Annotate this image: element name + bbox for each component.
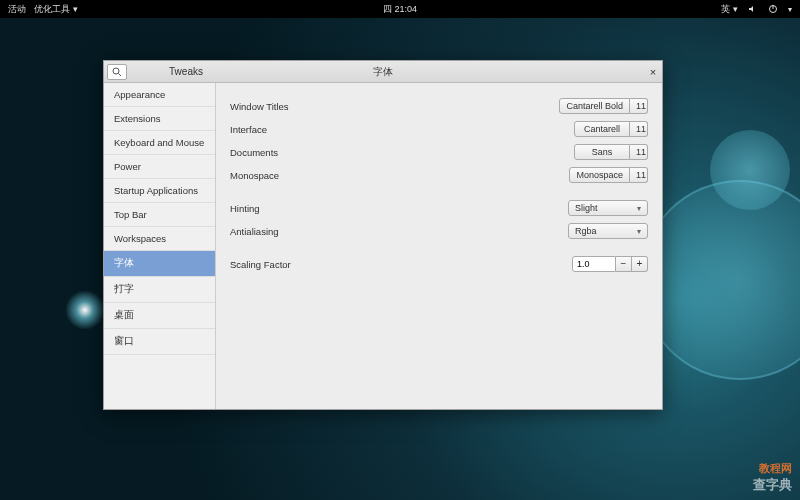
sidebar-item-9[interactable]: 桌面 xyxy=(104,303,215,329)
scaling-spinner[interactable]: − + xyxy=(572,256,648,272)
font-row-label-1: Interface xyxy=(230,124,574,135)
system-menu-chevron-icon[interactable]: ▾ xyxy=(788,5,792,14)
scaling-decrement[interactable]: − xyxy=(616,256,632,272)
power-icon[interactable] xyxy=(768,4,778,14)
activities-button[interactable]: 活动 xyxy=(8,3,26,16)
app-name-label: Tweaks xyxy=(130,66,242,77)
antialiasing-label: Antialiasing xyxy=(230,226,568,237)
app-menu[interactable]: 优化工具 ▾ xyxy=(34,3,78,16)
svg-point-2 xyxy=(113,68,119,74)
tweaks-window: Tweaks 字体 × AppearanceExtensionsKeyboard… xyxy=(103,60,663,410)
sidebar-item-6[interactable]: Workspaces xyxy=(104,227,215,251)
sidebar-item-8[interactable]: 打字 xyxy=(104,277,215,303)
watermark-brand: 教程网 xyxy=(759,461,792,476)
font-row-label-2: Documents xyxy=(230,147,574,158)
watermark-site: 查字典 xyxy=(753,476,792,494)
font-row-label-3: Monospace xyxy=(230,170,569,181)
sidebar: AppearanceExtensionsKeyboard and MousePo… xyxy=(104,83,216,409)
search-button[interactable] xyxy=(107,64,127,80)
antialiasing-combo[interactable]: Rgba xyxy=(568,223,648,239)
hinting-combo[interactable]: Slight xyxy=(568,200,648,216)
titlebar: Tweaks 字体 × xyxy=(104,61,662,83)
sidebar-item-5[interactable]: Top Bar xyxy=(104,203,215,227)
sidebar-item-2[interactable]: Keyboard and Mouse xyxy=(104,131,215,155)
font-picker-1[interactable]: Cantarell11 xyxy=(574,121,648,137)
sidebar-item-1[interactable]: Extensions xyxy=(104,107,215,131)
sidebar-item-7[interactable]: 字体 xyxy=(104,251,215,277)
content-pane: Window TitlesCantarell Bold11InterfaceCa… xyxy=(216,83,662,409)
font-row-label-0: Window Titles xyxy=(230,101,559,112)
close-button[interactable]: × xyxy=(644,66,662,78)
hinting-label: Hinting xyxy=(230,203,568,214)
sidebar-item-3[interactable]: Power xyxy=(104,155,215,179)
sidebar-item-4[interactable]: Startup Applications xyxy=(104,179,215,203)
scaling-increment[interactable]: + xyxy=(632,256,648,272)
input-method-indicator[interactable]: 英 ▾ xyxy=(721,3,738,16)
gnome-topbar: 活动 优化工具 ▾ 四 21:04 英 ▾ ▾ xyxy=(0,0,800,18)
scaling-label: Scaling Factor xyxy=(230,259,572,270)
font-picker-0[interactable]: Cantarell Bold11 xyxy=(559,98,648,114)
page-title: 字体 xyxy=(373,65,393,79)
svg-line-3 xyxy=(119,73,122,76)
scaling-input[interactable] xyxy=(572,256,616,272)
font-picker-3[interactable]: Monospace11 xyxy=(569,167,648,183)
sidebar-item-10[interactable]: 窗口 xyxy=(104,329,215,355)
sidebar-item-0[interactable]: Appearance xyxy=(104,83,215,107)
clock[interactable]: 四 21:04 xyxy=(383,3,417,16)
volume-icon[interactable] xyxy=(748,4,758,14)
font-picker-2[interactable]: Sans11 xyxy=(574,144,648,160)
search-icon xyxy=(112,67,122,77)
